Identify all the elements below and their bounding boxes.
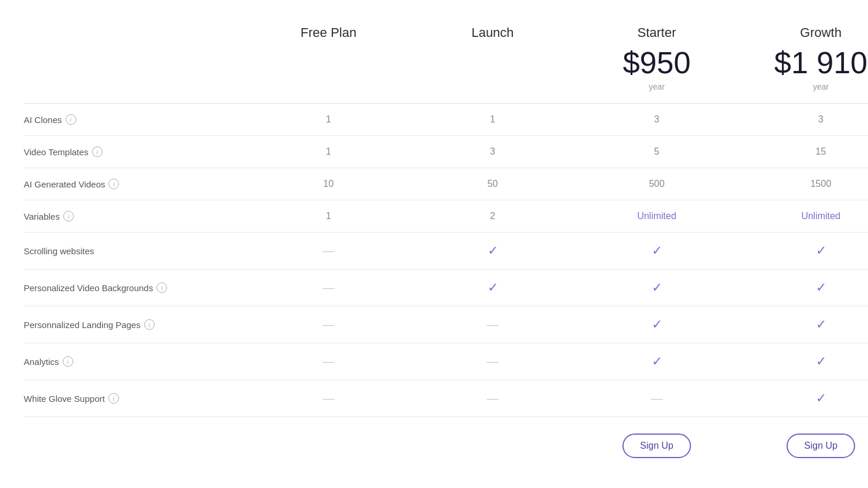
check-icon: ✓ (816, 354, 826, 369)
header-free-plan: Free Plan (247, 13, 411, 103)
feature-label-ai-generated-videos: AI Generated Videosi (24, 168, 247, 200)
check-icon: ✓ (816, 317, 826, 332)
feature-label-text-personalized-video-backgrounds: Personalized Video Backgroundsi (24, 282, 168, 293)
feature-label-text-variables: Variablesi (24, 211, 74, 221)
dash-icon: — (487, 318, 499, 332)
feature-value-white-glove-support-plan-3: ✓ (739, 380, 869, 417)
dash-icon: — (323, 281, 335, 295)
info-icon-white-glove-support: i (108, 393, 119, 404)
cell-value-text: 500 (649, 179, 665, 189)
free-plan-name: Free Plan (253, 25, 405, 40)
feature-value-scrolling-websites-plan-1: ✓ (411, 233, 575, 269)
header-starter-plan: Starter $950 year (575, 13, 739, 103)
feature-value-ai-generated-videos-plan-1: 50 (411, 168, 575, 200)
dash-icon: — (651, 392, 663, 405)
feature-label-text-video-templates: Video Templatesi (24, 146, 103, 157)
dash-icon: — (323, 392, 335, 405)
feature-value-variables-plan-0: 1 (247, 200, 411, 233)
cell-value-text: 3 (654, 114, 659, 125)
feature-value-variables-plan-1: 2 (411, 200, 575, 233)
feature-value-scrolling-websites-plan-2: ✓ (575, 233, 739, 269)
growth-plan-period: year (745, 82, 869, 91)
feature-value-personalized-landing-pages-plan-1: — (411, 306, 575, 343)
feature-value-personalized-landing-pages-plan-0: — (247, 306, 411, 343)
feature-value-analytics-plan-0: — (247, 343, 411, 380)
check-icon: ✓ (816, 391, 826, 406)
dash-icon: — (323, 355, 335, 368)
check-icon: ✓ (816, 280, 826, 295)
feature-label-text-analytics: Analyticsi (24, 356, 73, 367)
feature-label-video-templates: Video Templatesi (24, 136, 247, 168)
cell-value-text: 1 (326, 146, 331, 157)
signup-free-cell (247, 417, 411, 475)
dash-icon: — (487, 355, 499, 368)
dash-icon: — (323, 318, 335, 332)
check-icon: ✓ (488, 280, 498, 295)
feature-value-variables-plan-3: Unlimited (739, 200, 869, 233)
cell-value-text: Unlimited (637, 211, 676, 221)
check-icon: ✓ (488, 243, 498, 258)
feature-value-ai-generated-videos-plan-0: 10 (247, 168, 411, 200)
signup-starter-cell[interactable]: Sign Up (575, 417, 739, 475)
signup-growth-cell[interactable]: Sign Up (739, 417, 869, 475)
feature-value-ai-generated-videos-plan-2: 500 (575, 168, 739, 200)
check-icon: ✓ (652, 243, 662, 258)
growth-signup-button[interactable]: Sign Up (787, 434, 855, 458)
feature-label-personalized-landing-pages: Personnalized Landing Pagesi (24, 306, 247, 343)
feature-label-text-scrolling-websites: Scrolling websites (24, 246, 94, 256)
feature-value-white-glove-support-plan-2: — (575, 380, 739, 417)
feature-label-personalized-video-backgrounds: Personalized Video Backgroundsi (24, 269, 247, 306)
cell-value-text: 1500 (811, 179, 832, 189)
feature-value-video-templates-plan-1: 3 (411, 136, 575, 168)
feature-value-personalized-video-backgrounds-plan-3: ✓ (739, 269, 869, 306)
feature-value-analytics-plan-2: ✓ (575, 343, 739, 380)
feature-value-analytics-plan-3: ✓ (739, 343, 869, 380)
starter-signup-button[interactable]: Sign Up (622, 434, 691, 458)
feature-label-text-ai-clones: AI Clonesi (24, 114, 76, 125)
header-feature-col (24, 13, 247, 103)
cell-value-text: 2 (490, 211, 495, 221)
feature-label-ai-clones: AI Clonesi (24, 104, 247, 136)
dash-icon: — (487, 392, 499, 405)
feature-value-scrolling-websites-plan-3: ✓ (739, 233, 869, 269)
feature-value-video-templates-plan-2: 5 (575, 136, 739, 168)
dash-icon: — (323, 244, 335, 258)
feature-value-ai-clones-plan-2: 3 (575, 104, 739, 136)
check-icon: ✓ (652, 280, 662, 295)
cell-value-text: Unlimited (801, 211, 840, 221)
feature-value-ai-clones-plan-3: 3 (739, 104, 869, 136)
feature-label-text-white-glove-support: White Glove Supporti (24, 393, 119, 404)
feature-value-variables-plan-2: Unlimited (575, 200, 739, 233)
cell-value-text: 3 (490, 146, 495, 157)
check-icon: ✓ (816, 243, 826, 258)
feature-value-ai-clones-plan-0: 1 (247, 104, 411, 136)
info-icon-ai-generated-videos: i (108, 179, 119, 189)
pricing-grid: Free Plan Launch Starter $950 year Growt… (24, 13, 845, 475)
starter-plan-price: $950 (581, 46, 733, 80)
feature-label-analytics: Analyticsi (24, 343, 247, 380)
cell-value-text: 1 (326, 114, 331, 125)
feature-value-personalized-video-backgrounds-plan-0: — (247, 269, 411, 306)
cell-value-text: 1 (490, 114, 495, 125)
info-icon-personalized-landing-pages: i (144, 319, 155, 330)
feature-label-variables: Variablesi (24, 200, 247, 233)
header-growth-plan: Growth $1 910 year (739, 13, 869, 103)
feature-value-scrolling-websites-plan-0: — (247, 233, 411, 269)
signup-empty-feature (24, 417, 247, 475)
growth-plan-price: $1 910 (745, 46, 869, 80)
feature-label-text-ai-generated-videos: AI Generated Videosi (24, 179, 120, 189)
info-icon-analytics: i (63, 356, 73, 367)
feature-label-white-glove-support: White Glove Supporti (24, 380, 247, 417)
starter-plan-period: year (581, 82, 733, 91)
signup-launch-cell (411, 417, 575, 475)
growth-plan-name: Growth (745, 25, 869, 40)
feature-value-personalized-video-backgrounds-plan-1: ✓ (411, 269, 575, 306)
starter-plan-name: Starter (581, 25, 733, 40)
cell-value-text: 10 (324, 179, 334, 189)
header-launch-plan: Launch (411, 13, 575, 103)
info-icon-variables: i (63, 211, 74, 221)
cell-value-text: 3 (818, 114, 823, 125)
pricing-table: Free Plan Launch Starter $950 year Growt… (12, 2, 856, 486)
launch-plan-name: Launch (417, 25, 569, 40)
feature-value-white-glove-support-plan-1: — (411, 380, 575, 417)
